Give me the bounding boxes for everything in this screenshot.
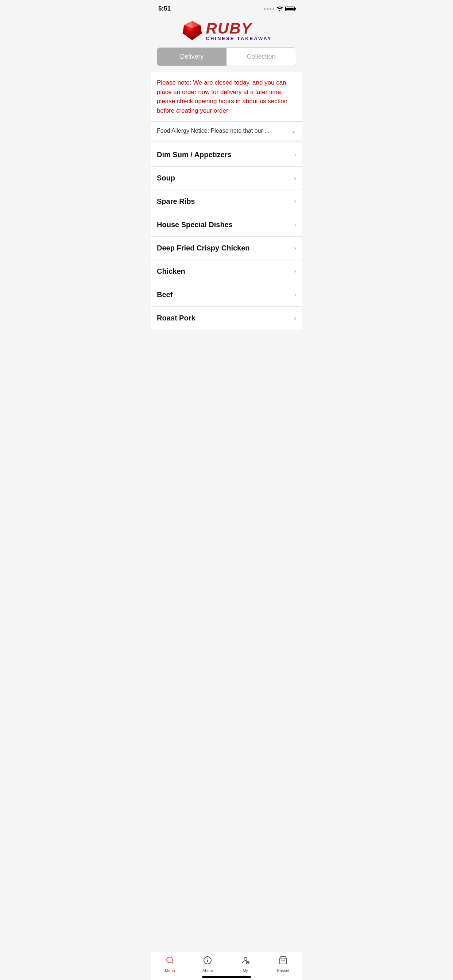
notice-text: Please note: We are closed today, and yo… <box>157 78 296 115</box>
menu-item-roast-pork[interactable]: Roast Pork› <box>151 307 302 329</box>
chevron-down-icon: ⌄ <box>291 127 296 135</box>
menu-item-label-dim-sum: Dim Sum / Appetizers <box>157 151 231 159</box>
collection-tab[interactable]: Collection <box>226 48 296 65</box>
menu-item-label-chicken: Chicken <box>157 267 185 275</box>
menu-item-label-soup: Soup <box>157 174 175 182</box>
chevron-right-icon: › <box>294 244 296 252</box>
menu-item-house-special[interactable]: House Special Dishes› <box>151 213 302 237</box>
menu-item-deep-fried-chicken[interactable]: Deep Fried Crispy Chicken› <box>151 237 302 260</box>
menu-categories: Dim Sum / Appetizers›Soup›Spare Ribs›Hou… <box>151 143 302 329</box>
status-time: 5:51 <box>158 5 171 13</box>
menu-item-label-deep-fried-chicken: Deep Fried Crispy Chicken <box>157 244 250 252</box>
chevron-right-icon: › <box>294 267 296 275</box>
delivery-tab[interactable]: Delivery <box>157 48 226 65</box>
logo-text: RUBY CHINESE TAKEAWAY <box>206 21 272 41</box>
order-type-toggle[interactable]: Delivery Collection <box>157 48 296 66</box>
menu-item-chicken[interactable]: Chicken› <box>151 260 302 283</box>
menu-item-label-roast-pork: Roast Pork <box>157 314 196 322</box>
signal-icon <box>264 8 274 10</box>
allergy-section[interactable]: Food Allergy Notice: Please note that ou… <box>151 121 302 140</box>
chevron-right-icon: › <box>294 314 296 322</box>
status-icons <box>264 6 295 12</box>
logo-subtitle-text: CHINESE TAKEAWAY <box>206 36 272 41</box>
logo-container: RUBY CHINESE TAKEAWAY <box>181 20 272 41</box>
chevron-right-icon: › <box>294 174 296 182</box>
chevron-right-icon: › <box>294 197 296 205</box>
status-bar: 5:51 <box>151 0 302 16</box>
battery-icon <box>285 6 295 11</box>
chevron-right-icon: › <box>294 151 296 159</box>
allergy-text: Food Allergy Notice: Please note that ou… <box>157 127 270 134</box>
wifi-icon <box>276 6 283 12</box>
menu-item-label-beef: Beef <box>157 291 172 299</box>
svg-marker-2 <box>192 25 202 40</box>
logo-ruby-text: RUBY <box>206 21 272 36</box>
chevron-right-icon: › <box>294 291 296 299</box>
logo-gem-icon <box>181 20 203 41</box>
menu-item-spare-ribs[interactable]: Spare Ribs› <box>151 190 302 213</box>
chevron-right-icon: › <box>294 221 296 229</box>
menu-item-label-house-special: House Special Dishes <box>157 221 233 229</box>
notice-section: Please note: We are closed today, and yo… <box>151 72 302 121</box>
menu-item-label-spare-ribs: Spare Ribs <box>157 197 195 205</box>
menu-item-soup[interactable]: Soup› <box>151 167 302 190</box>
menu-item-dim-sum[interactable]: Dim Sum / Appetizers› <box>151 143 302 167</box>
app-header: RUBY CHINESE TAKEAWAY <box>151 16 302 48</box>
menu-item-beef[interactable]: Beef› <box>151 283 302 307</box>
